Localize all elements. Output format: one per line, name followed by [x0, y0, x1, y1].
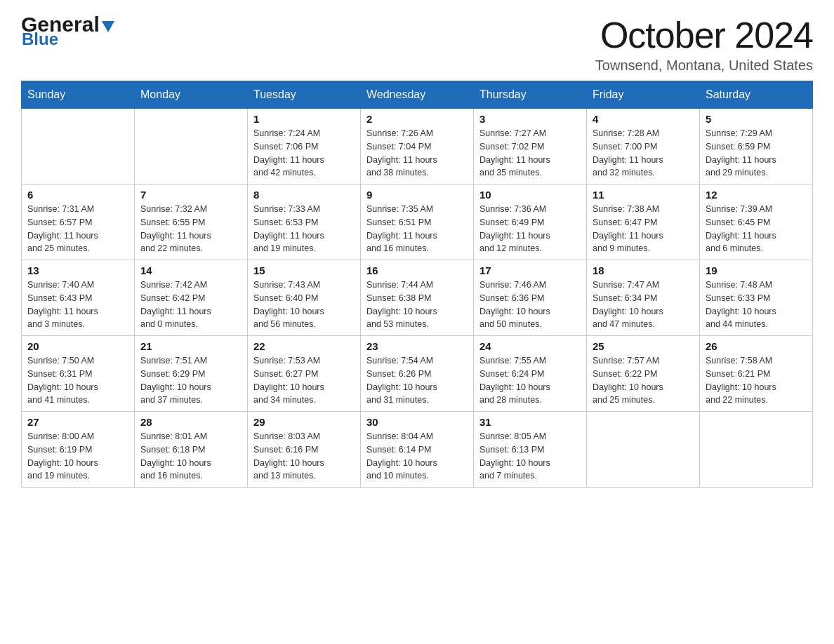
- day-info: Sunrise: 7:42 AM Sunset: 6:42 PM Dayligh…: [140, 279, 241, 331]
- day-info: Sunrise: 7:24 AM Sunset: 7:06 PM Dayligh…: [253, 127, 355, 180]
- day-number: 13: [27, 264, 128, 276]
- day-number: 31: [479, 416, 581, 428]
- calendar-cell: 20Sunrise: 7:50 AM Sunset: 6:31 PM Dayli…: [22, 336, 135, 412]
- day-info: Sunrise: 7:35 AM Sunset: 6:51 PM Dayligh…: [366, 203, 468, 255]
- day-number: 26: [706, 340, 807, 352]
- day-info: Sunrise: 7:43 AM Sunset: 6:40 PM Dayligh…: [253, 279, 355, 331]
- logo: General Blue: [21, 14, 116, 48]
- calendar-cell: 1Sunrise: 7:24 AM Sunset: 7:06 PM Daylig…: [248, 109, 361, 185]
- week-row-3: 13Sunrise: 7:40 AM Sunset: 6:43 PM Dayli…: [22, 260, 813, 336]
- calendar-cell: 11Sunrise: 7:38 AM Sunset: 6:47 PM Dayli…: [587, 185, 700, 260]
- day-info: Sunrise: 8:05 AM Sunset: 6:13 PM Dayligh…: [479, 430, 581, 483]
- calendar-cell: 3Sunrise: 7:27 AM Sunset: 7:02 PM Daylig…: [474, 109, 587, 185]
- day-number: 15: [253, 264, 355, 276]
- calendar-cell: 23Sunrise: 7:54 AM Sunset: 6:26 PM Dayli…: [361, 336, 474, 412]
- day-number: 22: [253, 340, 355, 352]
- day-info: Sunrise: 7:50 AM Sunset: 6:31 PM Dayligh…: [27, 354, 128, 407]
- day-number: 28: [140, 416, 241, 428]
- day-number: 20: [27, 340, 128, 352]
- day-info: Sunrise: 7:53 AM Sunset: 6:27 PM Dayligh…: [253, 354, 355, 407]
- title-area: October 2024 Townsend, Montana, United S…: [595, 14, 813, 74]
- day-info: Sunrise: 8:04 AM Sunset: 6:14 PM Dayligh…: [366, 430, 468, 483]
- location-title: Townsend, Montana, United States: [595, 58, 813, 74]
- calendar-cell: 28Sunrise: 8:01 AM Sunset: 6:18 PM Dayli…: [135, 412, 248, 488]
- day-number: 18: [593, 264, 694, 276]
- calendar-cell: 8Sunrise: 7:33 AM Sunset: 6:53 PM Daylig…: [248, 185, 361, 260]
- day-number: 24: [479, 340, 581, 352]
- day-info: Sunrise: 7:40 AM Sunset: 6:43 PM Dayligh…: [27, 279, 128, 331]
- day-number: 3: [479, 113, 581, 125]
- week-row-5: 27Sunrise: 8:00 AM Sunset: 6:19 PM Dayli…: [22, 412, 813, 488]
- day-number: 5: [706, 113, 807, 125]
- calendar-cell: 30Sunrise: 8:04 AM Sunset: 6:14 PM Dayli…: [361, 412, 474, 488]
- day-header-thursday: Thursday: [474, 81, 587, 109]
- calendar-cell: 9Sunrise: 7:35 AM Sunset: 6:51 PM Daylig…: [361, 185, 474, 260]
- logo-triangle-icon: [100, 18, 116, 34]
- day-info: Sunrise: 7:26 AM Sunset: 7:04 PM Dayligh…: [366, 127, 468, 180]
- calendar-cell: [22, 109, 135, 185]
- calendar-body: 1Sunrise: 7:24 AM Sunset: 7:06 PM Daylig…: [22, 109, 813, 488]
- day-info: Sunrise: 7:47 AM Sunset: 6:34 PM Dayligh…: [593, 279, 694, 331]
- calendar-cell: 19Sunrise: 7:48 AM Sunset: 6:33 PM Dayli…: [700, 260, 813, 336]
- day-info: Sunrise: 7:46 AM Sunset: 6:36 PM Dayligh…: [479, 279, 581, 331]
- day-number: 8: [253, 189, 355, 201]
- calendar-cell: 27Sunrise: 8:00 AM Sunset: 6:19 PM Dayli…: [22, 412, 135, 488]
- day-info: Sunrise: 7:39 AM Sunset: 6:45 PM Dayligh…: [706, 203, 807, 255]
- month-title: October 2024: [595, 14, 813, 56]
- calendar-cell: 26Sunrise: 7:58 AM Sunset: 6:21 PM Dayli…: [700, 336, 813, 412]
- calendar-cell: 29Sunrise: 8:03 AM Sunset: 6:16 PM Dayli…: [248, 412, 361, 488]
- calendar-cell: 4Sunrise: 7:28 AM Sunset: 7:00 PM Daylig…: [587, 109, 700, 185]
- day-number: 19: [706, 264, 807, 276]
- day-header-saturday: Saturday: [700, 81, 813, 109]
- calendar-cell: [587, 412, 700, 488]
- day-number: 9: [366, 189, 468, 201]
- day-number: 17: [479, 264, 581, 276]
- week-row-4: 20Sunrise: 7:50 AM Sunset: 6:31 PM Dayli…: [22, 336, 813, 412]
- week-row-1: 1Sunrise: 7:24 AM Sunset: 7:06 PM Daylig…: [22, 109, 813, 185]
- day-number: 11: [593, 189, 694, 201]
- day-number: 7: [140, 189, 241, 201]
- calendar-cell: 18Sunrise: 7:47 AM Sunset: 6:34 PM Dayli…: [587, 260, 700, 336]
- week-row-2: 6Sunrise: 7:31 AM Sunset: 6:57 PM Daylig…: [22, 185, 813, 260]
- day-header-monday: Monday: [135, 81, 248, 109]
- calendar-cell: 7Sunrise: 7:32 AM Sunset: 6:55 PM Daylig…: [135, 185, 248, 260]
- calendar-cell: 31Sunrise: 8:05 AM Sunset: 6:13 PM Dayli…: [474, 412, 587, 488]
- day-number: 2: [366, 113, 468, 125]
- calendar-cell: 17Sunrise: 7:46 AM Sunset: 6:36 PM Dayli…: [474, 260, 587, 336]
- calendar-cell: 16Sunrise: 7:44 AM Sunset: 6:38 PM Dayli…: [361, 260, 474, 336]
- calendar-cell: 25Sunrise: 7:57 AM Sunset: 6:22 PM Dayli…: [587, 336, 700, 412]
- day-number: 25: [593, 340, 694, 352]
- calendar-cell: 14Sunrise: 7:42 AM Sunset: 6:42 PM Dayli…: [135, 260, 248, 336]
- calendar-header: SundayMondayTuesdayWednesdayThursdayFrid…: [22, 81, 813, 109]
- calendar-cell: 22Sunrise: 7:53 AM Sunset: 6:27 PM Dayli…: [248, 336, 361, 412]
- calendar-cell: 24Sunrise: 7:55 AM Sunset: 6:24 PM Dayli…: [474, 336, 587, 412]
- day-number: 6: [27, 189, 128, 201]
- day-info: Sunrise: 7:29 AM Sunset: 6:59 PM Dayligh…: [706, 127, 807, 180]
- day-number: 16: [366, 264, 468, 276]
- calendar-cell: 12Sunrise: 7:39 AM Sunset: 6:45 PM Dayli…: [700, 185, 813, 260]
- day-header-tuesday: Tuesday: [248, 81, 361, 109]
- calendar-cell: 15Sunrise: 7:43 AM Sunset: 6:40 PM Dayli…: [248, 260, 361, 336]
- day-number: 30: [366, 416, 468, 428]
- day-info: Sunrise: 7:48 AM Sunset: 6:33 PM Dayligh…: [706, 279, 807, 331]
- day-info: Sunrise: 7:28 AM Sunset: 7:00 PM Dayligh…: [593, 127, 694, 180]
- day-info: Sunrise: 7:31 AM Sunset: 6:57 PM Dayligh…: [27, 203, 128, 255]
- calendar-cell: 21Sunrise: 7:51 AM Sunset: 6:29 PM Dayli…: [135, 336, 248, 412]
- calendar-cell: 10Sunrise: 7:36 AM Sunset: 6:49 PM Dayli…: [474, 185, 587, 260]
- days-of-week-row: SundayMondayTuesdayWednesdayThursdayFrid…: [22, 81, 813, 109]
- calendar-cell: 5Sunrise: 7:29 AM Sunset: 6:59 PM Daylig…: [700, 109, 813, 185]
- day-number: 21: [140, 340, 241, 352]
- day-info: Sunrise: 7:54 AM Sunset: 6:26 PM Dayligh…: [366, 354, 468, 407]
- day-info: Sunrise: 7:27 AM Sunset: 7:02 PM Dayligh…: [479, 127, 581, 180]
- day-info: Sunrise: 7:33 AM Sunset: 6:53 PM Dayligh…: [253, 203, 355, 255]
- page-header: General Blue October 2024 Townsend, Mont…: [21, 14, 813, 74]
- calendar-cell: [700, 412, 813, 488]
- calendar-cell: 6Sunrise: 7:31 AM Sunset: 6:57 PM Daylig…: [22, 185, 135, 260]
- day-number: 4: [593, 113, 694, 125]
- day-number: 14: [140, 264, 241, 276]
- calendar-cell: [135, 109, 248, 185]
- day-header-wednesday: Wednesday: [361, 81, 474, 109]
- day-info: Sunrise: 7:36 AM Sunset: 6:49 PM Dayligh…: [479, 203, 581, 255]
- day-number: 1: [253, 113, 355, 125]
- day-number: 10: [479, 189, 581, 201]
